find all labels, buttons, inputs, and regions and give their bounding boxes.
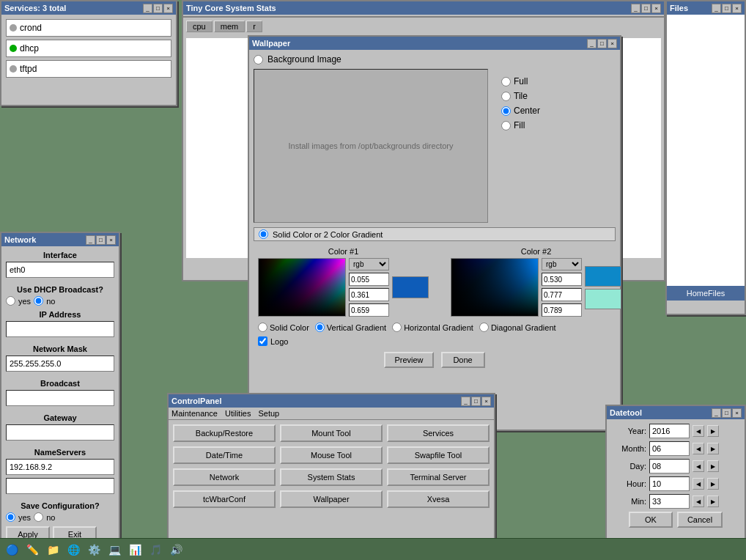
tcwbarconf-btn[interactable]: tcWbarConf	[173, 490, 276, 508]
datetool-minimize-btn[interactable]: _	[712, 408, 721, 418]
min-decrement-btn[interactable]: ◀	[693, 495, 704, 507]
wallpaper-minimize-btn[interactable]: _	[587, 39, 597, 48]
color2-g-input[interactable]	[542, 288, 582, 301]
sysstats-titlebar[interactable]: Tiny Core System Stats _ □ ×	[183, 1, 664, 15]
taskbar-icon-9[interactable]: 🔊	[167, 541, 185, 559]
datetool-close-btn[interactable]: ×	[732, 408, 742, 418]
services-btn[interactable]: Services	[387, 424, 490, 442]
center-radio[interactable]	[501, 106, 511, 116]
taskbar-icon-3[interactable]: 📁	[44, 541, 62, 559]
cp-menu-setup[interactable]: Setup	[258, 409, 279, 418]
year-decrement-btn[interactable]: ◀	[693, 425, 704, 437]
network-btn[interactable]: Network	[173, 468, 276, 486]
sysstats-minimize-btn[interactable]: _	[631, 4, 640, 13]
taskbar-icon-5[interactable]: ⚙️	[85, 541, 103, 559]
cp-close-btn[interactable]: ×	[481, 397, 491, 406]
color1-b-input[interactable]	[349, 303, 389, 317]
wallpaper-titlebar[interactable]: Wallpaper _ □ ×	[249, 37, 620, 50]
backup-restore-btn[interactable]: Backup/Restore	[173, 424, 276, 442]
color1-r-input[interactable]	[349, 273, 389, 286]
hour-increment-btn[interactable]: ▶	[707, 478, 719, 490]
logo-checkbox[interactable]	[258, 336, 267, 346]
cancel-btn[interactable]: Cancel	[677, 512, 723, 528]
main-right-minimize[interactable]: _	[712, 4, 721, 13]
network-titlebar[interactable]: Network _ □ ×	[1, 233, 119, 246]
service-tftpd[interactable]: tftpd	[6, 60, 171, 78]
r-tab[interactable]: r	[246, 21, 262, 32]
wallpaper-maximize-btn[interactable]: □	[597, 39, 607, 48]
services-minimize-btn[interactable]: _	[143, 4, 152, 13]
service-dhcp[interactable]: dhcp	[6, 40, 171, 57]
cp-menu-utilities[interactable]: Utilities	[225, 409, 251, 418]
taskbar-icon-6[interactable]: 💻	[106, 541, 123, 559]
services-close-btn[interactable]: ×	[163, 4, 173, 13]
xvesa-btn[interactable]: Xvesa	[387, 490, 490, 508]
min-increment-btn[interactable]: ▶	[707, 495, 719, 507]
month-increment-btn[interactable]: ▶	[707, 443, 719, 454]
taskbar-icon-8[interactable]: 🎵	[147, 541, 164, 559]
year-increment-btn[interactable]: ▶	[707, 425, 719, 437]
ok-btn[interactable]: OK	[629, 512, 673, 528]
dhcp-yes-radio[interactable]	[6, 296, 15, 306]
year-input[interactable]	[649, 424, 690, 438]
solid-color-radio[interactable]	[258, 323, 267, 332]
diagonal-grad-radio[interactable]	[479, 323, 489, 332]
color2-b-input[interactable]	[542, 303, 582, 317]
tile-radio[interactable]	[501, 92, 511, 101]
cp-minimize-btn[interactable]: _	[461, 397, 470, 406]
datetool-maximize-btn[interactable]: □	[722, 408, 731, 418]
color2-gradient-square[interactable]	[451, 258, 539, 317]
cpu-tab[interactable]: cpu	[186, 21, 213, 32]
main-right-titlebar[interactable]: Files _ □ ×	[667, 1, 745, 15]
done-btn[interactable]: Done	[441, 352, 485, 368]
full-radio[interactable]	[501, 77, 511, 86]
taskbar-icon-7[interactable]: 📊	[126, 541, 144, 559]
gateway-input[interactable]	[6, 424, 114, 441]
ip-input[interactable]	[6, 321, 114, 337]
nameservers-input[interactable]	[6, 459, 114, 475]
cp-titlebar[interactable]: ControlPanel _ □ ×	[169, 394, 494, 408]
save-no-radio[interactable]	[34, 512, 43, 522]
taskbar-icon-4[interactable]: 🌐	[64, 541, 82, 559]
day-decrement-btn[interactable]: ◀	[693, 460, 704, 472]
datetool-titlebar[interactable]: Datetool _ □ ×	[607, 406, 745, 419]
horizontal-grad-radio[interactable]	[392, 323, 402, 332]
network-close-btn[interactable]: ×	[106, 235, 116, 245]
nameservers-input2[interactable]	[6, 478, 114, 494]
vertical-grad-radio[interactable]	[315, 323, 325, 332]
color2-r-input[interactable]	[542, 273, 582, 286]
fill-radio[interactable]	[501, 121, 511, 130]
terminal-server-btn[interactable]: Terminal Server	[387, 468, 490, 486]
bg-image-radio[interactable]	[254, 55, 263, 65]
color1-gradient-square[interactable]	[258, 258, 346, 317]
color1-g-input[interactable]	[349, 288, 389, 301]
interface-input[interactable]	[6, 262, 114, 278]
save-yes-radio[interactable]	[6, 512, 15, 522]
month-input[interactable]	[649, 441, 690, 456]
wallpaper-cp-btn[interactable]: Wallpaper	[280, 490, 383, 508]
services-titlebar[interactable]: Services: 3 total _ □ ×	[1, 1, 176, 15]
cp-maximize-btn[interactable]: □	[471, 397, 481, 406]
gradient-radio[interactable]	[259, 229, 268, 239]
hour-input[interactable]	[649, 476, 690, 491]
cp-menu-maintenance[interactable]: Maintenance	[171, 409, 218, 418]
network-maximize-btn[interactable]: □	[96, 235, 106, 245]
min-input[interactable]	[649, 494, 690, 509]
sysstats-close-btn[interactable]: ×	[651, 4, 661, 13]
mouse-tool-btn[interactable]: Mouse Tool	[280, 446, 383, 464]
services-maximize-btn[interactable]: □	[153, 4, 163, 13]
main-right-close[interactable]: ×	[732, 4, 742, 13]
netmask-input[interactable]	[6, 355, 114, 372]
mount-tool-btn[interactable]: Mount Tool	[280, 424, 383, 442]
homefiles-btn[interactable]: HomeFiles	[667, 286, 745, 301]
color1-rgb-select[interactable]: rgb	[349, 258, 389, 270]
broadcast-input[interactable]	[6, 390, 114, 406]
wallpaper-close-btn[interactable]: ×	[607, 39, 617, 48]
swapfile-tool-btn[interactable]: Swapfile Tool	[387, 446, 490, 464]
mem-tab[interactable]: mem	[214, 21, 245, 32]
day-input[interactable]	[649, 459, 690, 474]
preview-btn[interactable]: Preview	[384, 352, 433, 368]
taskbar-icon-2[interactable]: ✏️	[23, 541, 41, 559]
datetime-btn[interactable]: Date/Time	[173, 446, 276, 464]
color2-rgb-select[interactable]: rgb	[542, 258, 582, 270]
